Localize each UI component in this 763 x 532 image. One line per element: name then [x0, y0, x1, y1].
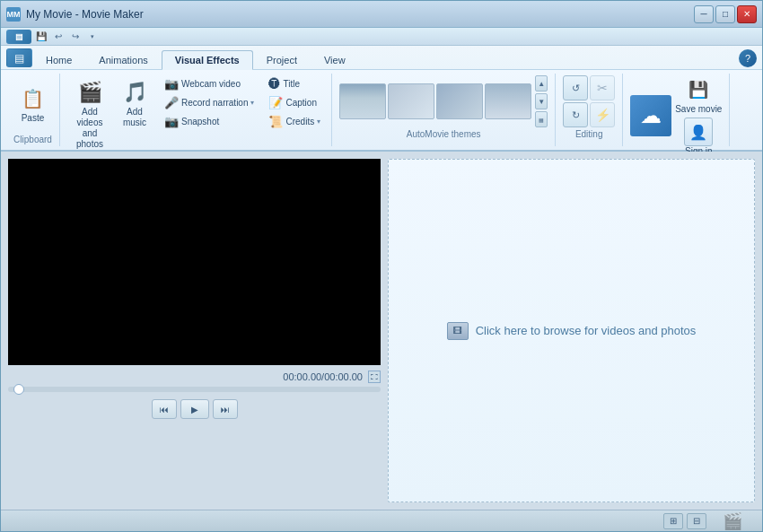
share-items: ☁ 💾 Save movie 👤 Sign in — [630, 75, 722, 156]
tab-file[interactable]: ▤ — [6, 48, 32, 67]
webcam-video-button[interactable]: 📷 Webcam video — [161, 75, 258, 92]
automovie-group-label: AutoMovie themes — [407, 129, 481, 139]
prev-frame-button[interactable]: ⏮ — [152, 399, 177, 419]
record-narration-button[interactable]: 🎤 Record narration ▾ — [161, 94, 258, 111]
sign-in-icon: 👤 — [684, 118, 713, 146]
paste-button[interactable]: 📋 Paste — [14, 82, 52, 126]
quick-access-toolbar: ▤ 💾 ↩ ↪ ▾ — [1, 28, 762, 46]
video-preview — [8, 159, 381, 365]
theme-scroll-up[interactable]: ▲ — [535, 75, 548, 92]
add-music-button[interactable]: 🎵 Addmusic — [116, 75, 153, 153]
window-controls: ─ □ ✕ — [694, 5, 757, 23]
status-button-1[interactable]: ⊞ — [663, 513, 683, 529]
theme-scroll-controls: ▲ ▼ ▦ — [535, 75, 548, 127]
webcam-icon: 📷 — [164, 77, 179, 91]
caption-icon: 📝 — [268, 96, 283, 109]
trim-button[interactable]: ✂ — [590, 75, 615, 100]
clipboard-group: 📋 Paste Clipboard — [6, 74, 60, 146]
caption-button[interactable]: 📝 Caption — [265, 94, 324, 111]
add-videos-button[interactable]: 🎬 Add videosand photos — [67, 75, 112, 153]
theme-scroll-down[interactable]: ▼ — [535, 93, 548, 109]
theme-scroll-more[interactable]: ▦ — [535, 111, 548, 127]
video-panel: 00:00.00/00:00.00 ⛶ ⏮ ▶ ⏭ — [8, 159, 381, 502]
rotate-right-button[interactable]: ↻ — [563, 102, 588, 127]
share-secondary-buttons: 💾 Save movie 👤 Sign in — [675, 75, 722, 156]
tab-home[interactable]: Home — [32, 50, 85, 69]
editing-items: ↺ ↻ ✂ ⚡ — [563, 75, 615, 127]
record-narration-arrow: ▾ — [250, 99, 254, 107]
app-icon: MM — [6, 7, 21, 22]
theme-4[interactable] — [485, 83, 531, 119]
title-caption-buttons: 🅣 Title 📝 Caption 📜 Credits ▾ — [265, 75, 324, 130]
skydrive-button[interactable]: ☁ — [630, 95, 671, 136]
time-display-bar: 00:00.00/00:00.00 ⛶ — [8, 371, 381, 383]
share-group: ☁ 💾 Save movie 👤 Sign in Share — [623, 74, 730, 146]
video-controls: 00:00.00/00:00.00 ⛶ ⏮ ▶ ⏭ — [8, 365, 381, 424]
playback-controls: ⏮ ▶ ⏭ — [8, 399, 381, 419]
credits-button[interactable]: 📜 Credits ▾ — [265, 113, 324, 130]
more-quick-button[interactable]: ▾ — [85, 30, 100, 44]
play-pause-button[interactable]: ▶ — [180, 399, 209, 419]
add-large-buttons: 🎬 Add videosand photos 🎵 Addmusic — [67, 75, 153, 153]
add-small-buttons: 📷 Webcam video 🎤 Record narration ▾ 📷 Sn… — [161, 75, 258, 130]
rotate-left-button[interactable]: ↺ — [563, 75, 588, 100]
add-items: 🎬 Add videosand photos 🎵 Addmusic 📷 Webc… — [67, 75, 324, 153]
clipboard-group-label: Clipboard — [13, 135, 52, 144]
paste-icon: 📋 — [19, 84, 48, 113]
add-videos-icon: 🎬 — [75, 78, 104, 107]
redo-button[interactable]: ↪ — [68, 30, 83, 44]
save-movie-label: Save movie — [675, 104, 722, 114]
seek-thumb[interactable] — [13, 384, 24, 395]
editing-buttons-col2: ✂ ⚡ — [590, 75, 615, 127]
add-group: 🎬 Add videosand photos 🎵 Addmusic 📷 Webc… — [60, 74, 332, 146]
add-music-icon: 🎵 — [120, 78, 149, 107]
snapshot-icon: 📷 — [164, 115, 179, 128]
title-icon: 🅣 — [268, 77, 280, 91]
browse-prompt[interactable]: 🎞 Click here to browse for videos and ph… — [447, 322, 697, 340]
save-movie-icon: 💾 — [684, 75, 713, 104]
editing-buttons-col1: ↺ ↻ — [563, 75, 588, 127]
save-movie-button[interactable]: 💾 Save movie — [675, 75, 722, 114]
add-music-label: Addmusic — [123, 107, 146, 128]
save-quick-button[interactable]: 💾 — [34, 30, 48, 44]
tab-project[interactable]: Project — [253, 50, 311, 69]
record-narration-label: Record narration — [181, 98, 248, 108]
tab-view[interactable]: View — [311, 50, 359, 69]
titlebar: MM My Movie - Movie Maker ─ □ ✕ — [1, 1, 762, 28]
close-button[interactable]: ✕ — [737, 5, 757, 23]
tab-visual-effects[interactable]: Visual Effects — [162, 50, 253, 70]
split-button[interactable]: ⚡ — [590, 102, 615, 127]
automovie-group: ▲ ▼ ▦ AutoMovie themes — [332, 74, 556, 146]
window-title: My Movie - Movie Maker — [26, 8, 694, 21]
title-button[interactable]: 🅣 Title — [265, 75, 324, 92]
webcam-label: Webcam video — [181, 79, 241, 89]
sign-in-button[interactable]: 👤 Sign in — [675, 118, 722, 156]
snapshot-button[interactable]: 📷 Snapshot — [161, 113, 258, 130]
undo-button[interactable]: ↩ — [51, 30, 66, 44]
ribbon-content: 📋 Paste Clipboard 🎬 Add videosand photos — [1, 69, 762, 150]
fullscreen-button[interactable]: ⛶ — [368, 371, 381, 383]
storyboard-panel[interactable]: 🎞 Click here to browse for videos and ph… — [388, 159, 755, 502]
file-menu-button[interactable]: ▤ — [6, 30, 31, 44]
editing-group-label: Editing — [575, 129, 603, 139]
seek-bar[interactable] — [8, 387, 381, 392]
theme-1[interactable] — [339, 83, 386, 119]
snapshot-label: Snapshot — [181, 117, 219, 126]
statusbar: ⊞ ⊟ 🎬 — [1, 510, 762, 531]
tab-animations[interactable]: Animations — [85, 50, 161, 69]
status-button-2[interactable]: ⊟ — [687, 513, 706, 529]
theme-2[interactable] — [388, 83, 434, 119]
ribbon-tabs: ▤ Home Animations Visual Effects Project… — [1, 46, 762, 69]
clipboard-items: 📋 Paste — [14, 75, 52, 133]
add-videos-label: Add videosand photos — [72, 107, 108, 150]
theme-3[interactable] — [436, 83, 483, 119]
maximize-button[interactable]: □ — [715, 5, 735, 23]
caption-label: Caption — [285, 98, 316, 108]
minimize-button[interactable]: ─ — [694, 5, 714, 23]
main-content: 00:00.00/00:00.00 ⛶ ⏮ ▶ ⏭ 🎞 Click here t… — [1, 152, 762, 510]
title-label: Title — [283, 79, 300, 89]
help-button[interactable]: ? — [739, 49, 757, 67]
next-frame-button[interactable]: ⏭ — [213, 399, 238, 419]
cloud-icon: ☁ — [630, 95, 671, 136]
app-window: MM My Movie - Movie Maker ─ □ ✕ ▤ 💾 ↩ ↪ … — [0, 0, 763, 532]
